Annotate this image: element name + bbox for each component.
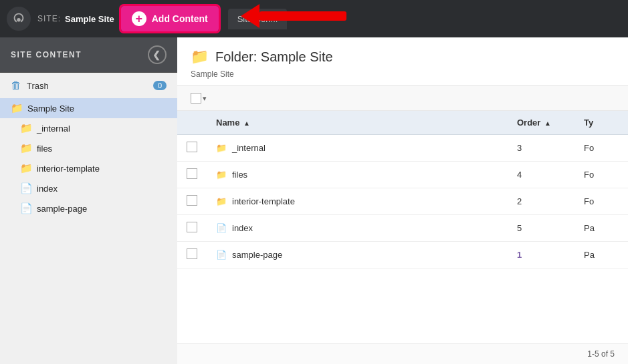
logo (7, 7, 31, 31)
tree-item-index[interactable]: 📄index (0, 178, 177, 198)
chevron-down-icon: ▾ (203, 94, 207, 103)
content-header: 📁 Folder: Sample Site Sample Site (177, 37, 628, 86)
col-type: Ty (574, 111, 628, 135)
site-content-label: SITE CONTENT (11, 50, 82, 59)
row-checkbox[interactable] (187, 222, 197, 232)
header: SITE: Sample Site + Add Content Site Con… (0, 0, 628, 37)
table-row[interactable]: 📁_internal3Fo (177, 135, 628, 162)
col-checkbox (177, 111, 207, 135)
table-row[interactable]: 📄sample-page1Pa (177, 242, 628, 268)
folder-icon: 📁 (20, 122, 33, 134)
row-name-text: interior-template (232, 196, 295, 206)
name-sort-icon: ▲ (243, 120, 250, 127)
table-container: Name ▲ Order ▲ Ty 📁_internal3Fo📁files4Fo… (177, 111, 628, 343)
svg-point-0 (17, 18, 21, 22)
trash-label: Trash (27, 81, 49, 91)
row-type-cell: Fo (574, 162, 628, 188)
add-content-button[interactable]: + Add Content (121, 6, 219, 31)
row-type-cell: Pa (574, 215, 628, 242)
row-type-cell: Fo (574, 135, 628, 162)
row-type-cell: Pa (574, 242, 628, 268)
row-name-cell: 📁interior-template (207, 188, 508, 215)
site-name: Sample Site (65, 14, 114, 24)
row-name-cell: 📁files (207, 162, 508, 188)
tree-item-interior-template[interactable]: 📁interior-template (0, 158, 177, 178)
site-info: SITE: Sample Site (37, 14, 114, 24)
tree-item-label: interior-template (37, 164, 100, 174)
page-icon: 📄 (20, 202, 33, 214)
row-folder-icon: 📁 (216, 196, 227, 206)
table-header-row: Name ▲ Order ▲ Ty (177, 111, 628, 135)
tree-item-label: Sample Site (27, 104, 74, 114)
folder-title-icon: 📁 (191, 48, 209, 65)
trash-icon: 🗑 (11, 79, 21, 92)
row-checkbox-cell (177, 162, 207, 188)
tree-item-_internal[interactable]: 📁_internal (0, 118, 177, 138)
folder-title-text: Folder: Sample Site (215, 49, 333, 65)
arrow-shaft (259, 11, 346, 21)
row-folder-icon: 📁 (216, 143, 227, 153)
row-checkbox[interactable] (187, 195, 197, 206)
row-checkbox-cell (177, 188, 207, 215)
row-checkbox[interactable] (187, 142, 197, 152)
folder-icon: 📁 (20, 142, 33, 154)
content-table: Name ▲ Order ▲ Ty 📁_internal3Fo📁files4Fo… (177, 111, 628, 268)
tree-item-label: sample-page (37, 204, 87, 214)
collapse-icon: ❮ (152, 49, 162, 60)
plus-icon: + (132, 11, 146, 26)
main-layout: SITE CONTENT ❮ 🗑 Trash 0 📁Sample Site📁_i… (0, 37, 628, 364)
row-name-cell: 📄index (207, 215, 508, 242)
row-checkbox-cell (177, 242, 207, 268)
row-checkbox[interactable] (187, 168, 197, 179)
table-row[interactable]: 📁interior-template2Fo (177, 188, 628, 215)
row-page-icon: 📄 (216, 223, 227, 233)
row-order-cell: 4 (508, 162, 574, 188)
tree-item-sample-page[interactable]: 📄sample-page (0, 198, 177, 218)
row-page-icon: 📄 (216, 250, 227, 260)
tree-item-Sample Site[interactable]: 📁Sample Site (0, 98, 177, 118)
pagination-info: 1-5 of 5 (587, 349, 615, 359)
arrow-head-icon (241, 4, 259, 28)
row-name-cell: 📁_internal (207, 135, 508, 162)
trash-badge: 0 (153, 81, 167, 90)
page-icon: 📄 (20, 182, 33, 194)
sidebar-collapse-button[interactable]: ❮ (148, 45, 167, 64)
tree-item-label: index (37, 184, 58, 194)
sidebar: SITE CONTENT ❮ 🗑 Trash 0 📁Sample Site📁_i… (0, 37, 177, 364)
table-footer: 1-5 of 5 (177, 343, 628, 364)
col-name[interactable]: Name ▲ (207, 111, 508, 135)
row-checkbox[interactable] (187, 248, 197, 259)
col-order[interactable]: Order ▲ (508, 111, 574, 135)
row-order-cell: 1 (508, 242, 574, 268)
content-area: 📁 Folder: Sample Site Sample Site ▾ Name… (177, 37, 628, 364)
table-row[interactable]: 📁files4Fo (177, 162, 628, 188)
checkbox-box (191, 93, 201, 104)
row-name-text: _internal (232, 143, 266, 153)
trash-item[interactable]: 🗑 Trash 0 (0, 73, 177, 98)
folder-title: 📁 Folder: Sample Site (191, 48, 615, 65)
tree-item-files[interactable]: 📁files (0, 138, 177, 158)
folder-icon: 📁 (20, 162, 33, 174)
site-label: SITE: (37, 14, 61, 23)
tree-item-label: _internal (37, 124, 70, 134)
row-checkbox-cell (177, 135, 207, 162)
row-name-text: files (232, 170, 247, 180)
tree-item-label: files (37, 144, 52, 154)
sidebar-body: 🗑 Trash 0 📁Sample Site📁_internal📁files📁i… (0, 73, 177, 364)
file-tree: 📁Sample Site📁_internal📁files📁interior-te… (0, 98, 177, 218)
sidebar-header: SITE CONTENT ❮ (0, 37, 177, 73)
row-order-cell: 3 (508, 135, 574, 162)
folder-icon: 📁 (11, 102, 23, 114)
row-checkbox-cell (177, 215, 207, 242)
row-type-cell: Fo (574, 188, 628, 215)
table-row[interactable]: 📄index5Pa (177, 215, 628, 242)
trash-left: 🗑 Trash (11, 79, 49, 92)
row-order-cell: 5 (508, 215, 574, 242)
select-all-checkbox[interactable]: ▾ (191, 93, 207, 104)
add-content-label: Add Content (152, 13, 208, 24)
breadcrumb: Sample Site (191, 69, 615, 85)
order-sort-icon: ▲ (544, 120, 551, 127)
row-name-text: index (232, 223, 253, 233)
arrow-annotation (241, 4, 346, 28)
row-order-cell: 2 (508, 188, 574, 215)
